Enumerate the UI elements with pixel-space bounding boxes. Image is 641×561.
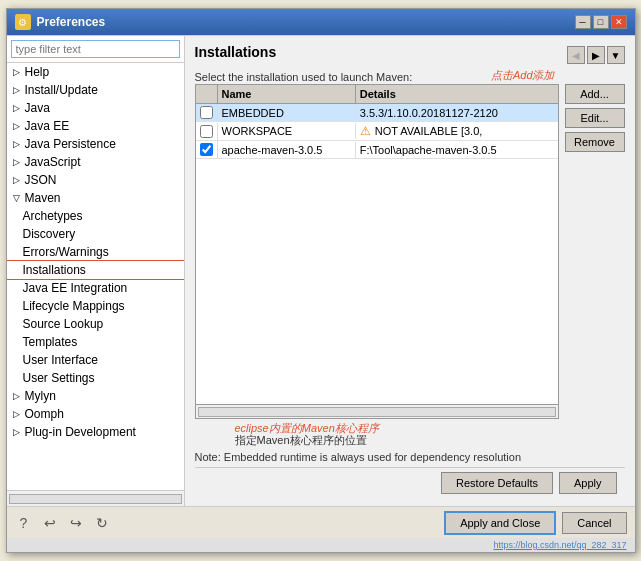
tree-label-oomph: Oomph <box>25 407 64 421</box>
tree-label-installations: Installations <box>23 263 86 277</box>
td-checkbox-1[interactable] <box>196 123 218 140</box>
td-name-2: apache-maven-3.0.5 <box>218 142 356 158</box>
action-buttons: Add... Edit... Remove <box>565 84 625 419</box>
checkbox-workspace[interactable] <box>200 125 213 138</box>
details-text-0: 3.5.3/1.10.0.20181127-2120 <box>360 107 498 119</box>
tree-item-templates[interactable]: Templates <box>7 333 184 351</box>
tree-item-plug-in[interactable]: ▷ Plug-in Development <box>7 423 184 441</box>
back-icon[interactable]: ↩ <box>41 514 59 532</box>
add-button[interactable]: Add... <box>565 84 625 104</box>
annotation-add-wrap: Select the installation used to launch M… <box>195 70 625 84</box>
cancel-button[interactable]: Cancel <box>562 512 626 534</box>
annotations-area: eclipse内置的Maven核心程序 指定Maven核心程序的位置 <box>195 419 625 441</box>
footer-link[interactable]: https://blog.csdn.net/qq_282_317 <box>493 540 626 550</box>
left-panel: ▷ Help ▷ Install/Update ▷ Java ▷ Java EE… <box>7 36 185 506</box>
tree-label-mylyn: Mylyn <box>25 389 56 403</box>
tree-item-java-persistence[interactable]: ▷ Java Persistence <box>7 135 184 153</box>
tree-label-java-ee: Java EE <box>25 119 70 133</box>
td-checkbox-0[interactable] <box>196 104 218 121</box>
tree-item-java-ee-integration[interactable]: Java EE Integration <box>7 279 184 297</box>
tree-item-javascript[interactable]: ▷ JavaScript <box>7 153 184 171</box>
td-details-0: 3.5.3/1.10.0.20181127-2120 <box>356 105 558 121</box>
maximize-button[interactable]: □ <box>593 15 609 29</box>
filter-wrap <box>7 36 184 63</box>
h-scrollbar[interactable] <box>198 407 556 417</box>
tree-item-user-settings[interactable]: User Settings <box>7 369 184 387</box>
tree-arrow-install: ▷ <box>11 84 23 96</box>
left-hscroll[interactable] <box>9 494 182 504</box>
apply-close-button[interactable]: Apply and Close <box>444 511 556 535</box>
title-bar-left: ⚙ Preferences <box>15 14 106 30</box>
tree-item-mylyn[interactable]: ▷ Mylyn <box>7 387 184 405</box>
tree-label-plugin: Plug-in Development <box>25 425 136 439</box>
nav-dropdown-button[interactable]: ▼ <box>607 46 625 64</box>
table-row[interactable]: EMBEDDED 3.5.3/1.10.0.20181127-2120 <box>196 104 558 122</box>
installations-container: Name Details EMBEDDED 3.5.3/1.10.0.20181… <box>195 84 625 419</box>
annotation-specify: 指定Maven核心程序的位置 <box>235 433 367 448</box>
restore-defaults-button[interactable]: Restore Defaults <box>441 472 553 494</box>
td-name-0: EMBEDDED <box>218 105 356 121</box>
tree-item-lifecycle[interactable]: Lifecycle Mappings <box>7 297 184 315</box>
tree-label-ui: User Interface <box>23 353 98 367</box>
table-row[interactable]: WORKSPACE ⚠ NOT AVAILABLE [3.0, <box>196 122 558 141</box>
tree-item-user-interface[interactable]: User Interface <box>7 351 184 369</box>
tree-arrow-plugin: ▷ <box>11 426 23 438</box>
tree-item-source-lookup[interactable]: Source Lookup <box>7 315 184 333</box>
tree-label-maven: Maven <box>25 191 61 205</box>
annotation-add: 点击Add添加 <box>491 68 555 83</box>
tree-arrow-help: ▷ <box>11 66 23 78</box>
td-details-2: F:\Tool\apache-maven-3.0.5 <box>356 142 558 158</box>
checkbox-apache[interactable] <box>200 143 213 156</box>
apply-button[interactable]: Apply <box>559 472 617 494</box>
right-top: Installations ◀ ▶ ▼ <box>195 44 625 66</box>
tree-label-jp: Java Persistence <box>25 137 116 151</box>
tree-label-lifecycle: Lifecycle Mappings <box>23 299 125 313</box>
tree-item-oomph[interactable]: ▷ Oomph <box>7 405 184 423</box>
tree-item-archetypes[interactable]: Archetypes <box>7 207 184 225</box>
status-bar: https://blog.csdn.net/qq_282_317 <box>7 538 635 552</box>
tree-item-json[interactable]: ▷ JSON <box>7 171 184 189</box>
tree-label-js: JavaScript <box>25 155 81 169</box>
th-checkbox <box>196 85 218 103</box>
forward-icon[interactable]: ↪ <box>67 514 85 532</box>
tree-label-source: Source Lookup <box>23 317 104 331</box>
warning-icon: ⚠ <box>360 124 371 138</box>
tree-item-errors-warnings[interactable]: Errors/Warnings <box>7 243 184 261</box>
dialog-icon: ⚙ <box>15 14 31 30</box>
left-scrollbar[interactable] <box>7 490 184 506</box>
close-button[interactable]: ✕ <box>611 15 627 29</box>
nav-forward-button[interactable]: ▶ <box>587 46 605 64</box>
tree-arrow-mylyn: ▷ <box>11 390 23 402</box>
checkbox-embedded[interactable] <box>200 106 213 119</box>
nav-back-button[interactable]: ◀ <box>567 46 585 64</box>
filter-input[interactable] <box>11 40 180 58</box>
tree-item-install-update[interactable]: ▷ Install/Update <box>7 81 184 99</box>
tree-item-java-ee[interactable]: ▷ Java EE <box>7 117 184 135</box>
tree-item-installations[interactable]: Installations <box>7 261 184 279</box>
tree-label-archetypes: Archetypes <box>23 209 83 223</box>
tree-item-discovery[interactable]: Discovery <box>7 225 184 243</box>
table-row[interactable]: apache-maven-3.0.5 F:\Tool\apache-maven-… <box>196 141 558 159</box>
title-controls: ─ □ ✕ <box>575 15 627 29</box>
refresh-icon[interactable]: ↻ <box>93 514 111 532</box>
help-icon[interactable]: ? <box>15 514 33 532</box>
tree-label-help: Help <box>25 65 50 79</box>
tree-label-json: JSON <box>25 173 57 187</box>
table-header: Name Details <box>196 85 558 104</box>
table-body: EMBEDDED 3.5.3/1.10.0.20181127-2120 WORK… <box>196 104 558 404</box>
tree-label-java: Java <box>25 101 50 115</box>
tree-label-errors: Errors/Warnings <box>23 245 109 259</box>
tree-item-java[interactable]: ▷ Java <box>7 99 184 117</box>
tree-item-help[interactable]: ▷ Help <box>7 63 184 81</box>
tree-arrow-jp: ▷ <box>11 138 23 150</box>
edit-button[interactable]: Edit... <box>565 108 625 128</box>
footer-icons: ? ↩ ↪ ↻ <box>15 514 111 532</box>
td-details-1: ⚠ NOT AVAILABLE [3.0, <box>356 122 558 140</box>
panel-subtitle: Select the installation used to launch M… <box>195 71 413 83</box>
tree-item-maven[interactable]: ▽ Maven <box>7 189 184 207</box>
td-checkbox-2[interactable] <box>196 141 218 158</box>
tree-arrow-java: ▷ <box>11 102 23 114</box>
remove-button[interactable]: Remove <box>565 132 625 152</box>
minimize-button[interactable]: ─ <box>575 15 591 29</box>
bottom-toolbar: Restore Defaults Apply <box>195 467 625 498</box>
